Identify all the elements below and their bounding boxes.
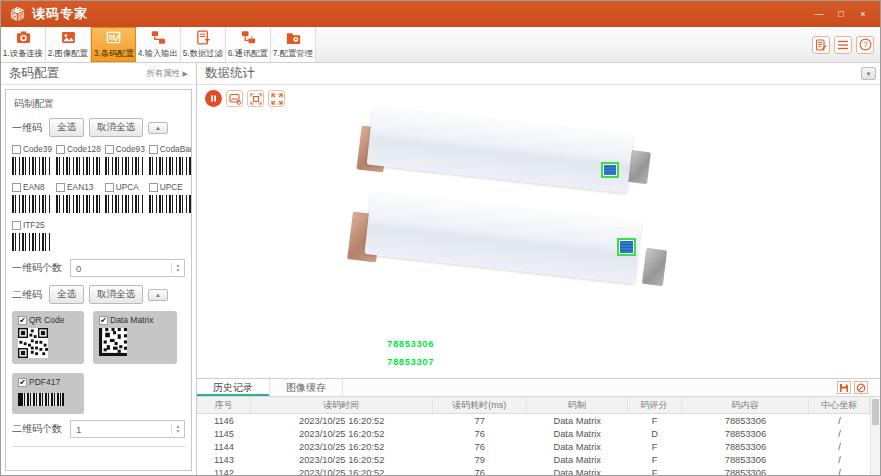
help-icon[interactable]: ?	[856, 36, 874, 54]
code93-checkbox[interactable]	[105, 145, 114, 154]
table-cell: F	[628, 440, 682, 453]
table-row[interactable]: 11442023/10/25 16:20:5276Data MatrixF788…	[197, 440, 870, 453]
save-icon[interactable]	[837, 381, 851, 394]
two-d-deselect-all-button[interactable]: 取消全选	[89, 285, 143, 304]
table-cell: 78853306	[682, 427, 810, 440]
two-d-count-value: 1	[71, 424, 171, 435]
table-cell: 2023/10/25 16:20:52	[251, 427, 433, 440]
datamatrix-label-top	[604, 165, 616, 175]
two-d-count-label: 二维码个数	[12, 422, 70, 436]
upce-checkbox[interactable]	[149, 183, 158, 192]
tab-image-cache[interactable]: 图像缓存	[270, 379, 343, 396]
barcode-name: Code39	[23, 144, 52, 154]
table-row[interactable]: 11432023/10/25 16:20:5279Data MatrixF788…	[197, 453, 870, 466]
image-toolbar	[205, 90, 285, 107]
stepper-arrows-icon[interactable]: ▲▼	[171, 424, 184, 434]
camera-image-view[interactable]: 78853306 78853307	[197, 85, 880, 379]
one-d-collapse-button[interactable]: ▲	[148, 122, 168, 134]
roi-button[interactable]	[247, 90, 264, 107]
column-header[interactable]: 读码时间	[251, 397, 433, 413]
upca-checkbox[interactable]	[105, 183, 114, 192]
history-table: 序号读码时间读码耗时(ms)码制码评分码内容中心坐标 11462023/10/2…	[197, 397, 870, 475]
qr-checkbox[interactable]: ✔	[18, 316, 27, 325]
toolbar-tab-7[interactable]: 7.配置管理	[271, 27, 316, 62]
table-cell: /	[809, 414, 870, 427]
barcode-name: EAN8	[23, 182, 45, 192]
toolbar-tab-label: 7.配置管理	[273, 48, 313, 60]
itf25-checkbox[interactable]	[12, 221, 21, 230]
table-row[interactable]: 11422023/10/25 16:20:5276Data MatrixF788…	[197, 466, 870, 475]
fit-view-button[interactable]	[268, 90, 285, 107]
tab-history[interactable]: 历史记录	[197, 379, 270, 396]
chevron-down-icon[interactable]: ▼	[861, 67, 876, 80]
column-header[interactable]: 读码耗时(ms)	[433, 397, 527, 413]
barcode-card-qr[interactable]: ✔QR Code	[12, 311, 84, 364]
barcode-name: QR Code	[29, 315, 64, 325]
maximize-icon[interactable]: □	[832, 7, 850, 21]
battery-slab-top	[367, 107, 634, 193]
table-scrollbar[interactable]	[870, 397, 880, 475]
one-d-select-all-button[interactable]: 全选	[49, 118, 84, 137]
barcode-config-panel: 条码配置 所有属性 ▶ 码制配置 一维码 全选 取消全选 ▲ Code39Cod…	[1, 63, 197, 475]
table-cell: /	[809, 466, 870, 475]
column-header[interactable]: 码制	[527, 397, 628, 413]
codabar-checkbox[interactable]	[149, 145, 158, 154]
pause-button[interactable]	[205, 90, 222, 107]
table-cell: F	[628, 466, 682, 475]
barcode-card-dm[interactable]: ✔Data Matrix	[93, 311, 177, 364]
table-cell: Data Matrix	[527, 427, 628, 440]
barcode-config-icon	[105, 29, 122, 46]
qr-preview-image	[18, 328, 78, 360]
pdf417-checkbox[interactable]: ✔	[18, 378, 27, 387]
table-row[interactable]: 11462023/10/25 16:20:5277Data MatrixF788…	[197, 414, 870, 427]
one-d-count-stepper[interactable]: 0 ▲▼	[70, 259, 185, 277]
column-header[interactable]: 中心坐标	[809, 397, 870, 413]
toolbar-tab-4[interactable]: 4.输入输出	[136, 27, 181, 62]
table-cell: 76	[433, 427, 527, 440]
column-header[interactable]: 码内容	[682, 397, 810, 413]
ean8-checkbox[interactable]	[12, 183, 21, 192]
code128-checkbox[interactable]	[56, 145, 65, 154]
dm-checkbox[interactable]: ✔	[99, 316, 108, 325]
toolbar-tab-3[interactable]: 3.条码配置	[91, 27, 136, 62]
table-cell: 2023/10/25 16:20:52	[251, 453, 433, 466]
table-cell: /	[809, 427, 870, 440]
toolbar-tab-5[interactable]: 5.数据过滤	[181, 27, 226, 62]
barcode-preview-image	[12, 157, 52, 175]
table-cell: 1145	[197, 427, 251, 440]
image-settings-button[interactable]	[226, 90, 243, 107]
right-panel-title: 数据统计	[205, 65, 255, 82]
report-button[interactable]	[812, 36, 830, 54]
right-panel-header: 数据统计 ▼	[197, 63, 880, 85]
data-filter-icon	[195, 29, 212, 46]
column-header[interactable]: 序号	[197, 397, 251, 413]
image-icon	[60, 29, 77, 46]
close-icon[interactable]: ×	[854, 7, 872, 21]
toolbar-tab-2[interactable]: 2.图像配置	[46, 27, 91, 62]
two-d-select-all-button[interactable]: 全选	[49, 285, 84, 304]
two-d-collapse-button[interactable]: ▲	[148, 289, 168, 301]
column-header[interactable]: 码评分	[628, 397, 682, 413]
scrollbar-thumb[interactable]	[872, 399, 879, 425]
stepper-arrows-icon[interactable]: ▲▼	[171, 263, 184, 273]
window-controls: — □ ×	[810, 7, 872, 21]
ean13-checkbox[interactable]	[56, 183, 65, 192]
toolbar-tab-label: 2.图像配置	[48, 48, 88, 60]
toolbar-tab-1[interactable]: 1.设备连接	[1, 27, 46, 62]
barcode-preview-image	[105, 157, 145, 175]
toolbar-tab-6[interactable]: 6.通讯配置	[226, 27, 271, 62]
toolbar-tab-label: 1.设备连接	[3, 48, 43, 60]
code39-checkbox[interactable]	[12, 145, 21, 154]
one-d-deselect-all-button[interactable]: 取消全选	[89, 118, 143, 137]
clear-icon[interactable]	[854, 381, 868, 394]
one-d-count-label: 一维码个数	[12, 261, 70, 275]
left-panel-header: 条码配置 所有属性 ▶	[1, 63, 196, 85]
all-properties-link[interactable]: 所有属性 ▶	[146, 68, 188, 80]
table-cell: Data Matrix	[527, 453, 628, 466]
list-button[interactable]	[834, 36, 852, 54]
barcode-card-pdf417[interactable]: ✔PDF417	[12, 373, 84, 414]
table-row[interactable]: 11452023/10/25 16:20:5276Data MatrixD788…	[197, 427, 870, 440]
two-d-count-stepper[interactable]: 1 ▲▼	[70, 420, 185, 438]
app-window: 读码专家 — □ × 1.设备连接2.图像配置3.条码配置4.输入输出5.数据过…	[0, 0, 881, 476]
minimize-icon[interactable]: —	[810, 7, 828, 21]
